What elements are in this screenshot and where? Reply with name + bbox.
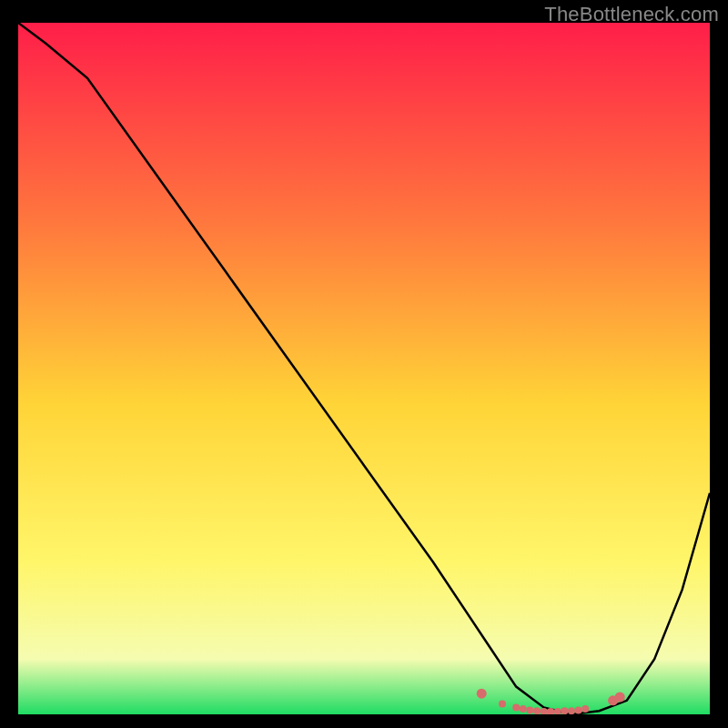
highlight-dot: [520, 705, 527, 713]
highlight-dot: [533, 707, 541, 714]
highlight-dot: [561, 707, 568, 714]
highlight-dot: [526, 706, 533, 713]
highlight-dot: [499, 701, 506, 708]
highlight-dot: [512, 703, 520, 711]
watermark-text: TheBottleneck.com: [544, 3, 719, 26]
highlight-dot: [568, 707, 575, 714]
highlight-dot: [477, 689, 487, 699]
chart-svg: [18, 23, 710, 714]
plot-area: [18, 23, 710, 714]
highlight-dot: [575, 706, 582, 713]
highlight-dot: [615, 693, 625, 703]
highlight-dot: [581, 705, 589, 713]
chart-stage: TheBottleneck.com: [0, 0, 728, 728]
